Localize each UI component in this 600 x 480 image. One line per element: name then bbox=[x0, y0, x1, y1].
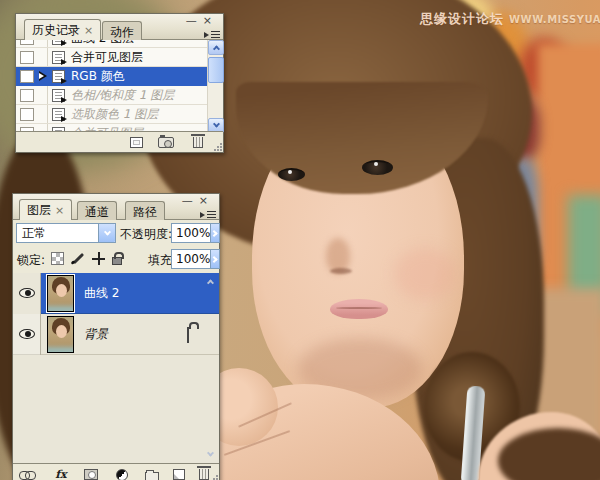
new-group-button[interactable] bbox=[142, 467, 162, 480]
layer-locked-badge bbox=[187, 328, 189, 342]
slider-arrow-icon[interactable] bbox=[210, 250, 219, 268]
layers-panel: 图层× 通道 路径 —× 正常 不透明度: 100% 锁定: bbox=[12, 193, 220, 480]
photo-cheek bbox=[394, 248, 456, 300]
layers-list: 曲线 2 背景 bbox=[13, 273, 219, 463]
blend-mode-select[interactable]: 正常 bbox=[16, 223, 116, 243]
add-layer-mask-button[interactable] bbox=[81, 467, 101, 480]
history-brush-source-checkbox[interactable] bbox=[20, 108, 34, 121]
chevron-down-icon[interactable] bbox=[98, 224, 115, 242]
layer-style-button[interactable]: fx bbox=[51, 467, 71, 480]
tab-close-icon[interactable]: × bbox=[84, 24, 93, 37]
opacity-input[interactable]: 100% bbox=[171, 223, 220, 243]
history-state-doc-icon bbox=[52, 51, 65, 64]
tab-history[interactable]: 历史记录× bbox=[24, 19, 101, 40]
panel-resize-grip[interactable] bbox=[214, 143, 222, 151]
photo-eye-highlight bbox=[374, 162, 378, 166]
history-state-list: 曲线 2 图层 合并可见图层 RGB 颜色 色相/饱和度 1 图层 bbox=[16, 40, 223, 133]
history-state-doc-icon bbox=[52, 89, 65, 102]
opacity-label: 不透明度: bbox=[120, 226, 172, 243]
lock-transparency-icon[interactable] bbox=[51, 252, 64, 265]
minimize-icon[interactable]: — bbox=[186, 14, 203, 27]
photoshop-workspace: 思缘设计论坛 WWW.MISSYUAN.COM 历史记录× 动作 —× 曲线 2… bbox=[0, 0, 600, 480]
new-document-icon bbox=[130, 137, 143, 148]
tab-layers-label: 图层 bbox=[27, 203, 51, 217]
layer-name[interactable]: 背景 bbox=[84, 326, 108, 343]
panel-resize-grip[interactable] bbox=[210, 475, 218, 480]
layer-thumbnail[interactable] bbox=[47, 275, 74, 312]
folder-icon bbox=[145, 472, 159, 480]
opacity-value[interactable]: 100% bbox=[172, 226, 210, 240]
scrollbar-thumb[interactable] bbox=[208, 57, 224, 83]
lock-all-icon[interactable] bbox=[112, 257, 122, 265]
scroll-up-icon[interactable] bbox=[208, 40, 224, 55]
delete-state-button[interactable] bbox=[188, 135, 208, 150]
visibility-toggle[interactable] bbox=[13, 273, 41, 314]
eye-icon bbox=[19, 288, 35, 298]
tab-channels[interactable]: 通道 bbox=[77, 201, 117, 220]
layers-panel-tabstrip: 图层× 通道 路径 —× bbox=[13, 194, 219, 220]
panel-window-buttons: —× bbox=[182, 196, 214, 206]
history-state-row[interactable]: 色相/饱和度 1 图层 bbox=[16, 86, 223, 105]
history-panel: 历史记录× 动作 —× 曲线 2 图层 合并可见图层 bbox=[15, 13, 224, 153]
layer-row-curves2[interactable]: 曲线 2 bbox=[13, 273, 219, 314]
link-layers-button[interactable] bbox=[17, 467, 37, 480]
scroll-up-icon[interactable] bbox=[204, 275, 217, 288]
history-scrollbar[interactable] bbox=[207, 40, 223, 133]
panel-window-buttons: —× bbox=[186, 16, 218, 26]
new-layer-button[interactable] bbox=[169, 467, 189, 480]
photo-eye-highlight bbox=[288, 170, 292, 174]
close-icon[interactable]: × bbox=[203, 14, 218, 27]
history-state-label[interactable]: 合并可见图层 bbox=[71, 49, 143, 66]
link-icon bbox=[19, 471, 35, 479]
panel-menu-icon[interactable] bbox=[204, 30, 220, 40]
history-panel-footer bbox=[16, 131, 223, 152]
tab-actions[interactable]: 动作 bbox=[102, 21, 142, 40]
panel-menu-icon[interactable] bbox=[200, 210, 216, 220]
history-state-label[interactable]: 色相/饱和度 1 图层 bbox=[71, 87, 174, 104]
trash-icon bbox=[193, 137, 203, 148]
scroll-down-icon[interactable] bbox=[204, 448, 217, 461]
history-state-row[interactable]: 合并可见图层 bbox=[16, 48, 223, 67]
layers-panel-footer: fx bbox=[13, 463, 219, 480]
close-icon[interactable]: × bbox=[199, 194, 214, 207]
layer-thumbnail[interactable] bbox=[47, 316, 74, 353]
lock-pixels-icon[interactable] bbox=[71, 251, 85, 265]
history-state-row[interactable]: 选取颜色 1 图层 bbox=[16, 105, 223, 124]
watermark: 思缘设计论坛 WWW.MISSYUAN.COM bbox=[420, 8, 598, 28]
blend-mode-value: 正常 bbox=[17, 225, 98, 242]
new-document-from-state-button[interactable] bbox=[126, 135, 146, 150]
fx-icon: fx bbox=[55, 468, 66, 480]
history-brush-source-checkbox[interactable] bbox=[20, 51, 34, 64]
history-state-label[interactable]: RGB 颜色 bbox=[71, 68, 125, 85]
history-brush-source-checkbox[interactable] bbox=[20, 70, 34, 83]
visibility-toggle[interactable] bbox=[13, 314, 41, 355]
fill-value[interactable]: 100% bbox=[172, 252, 210, 266]
photo-nose bbox=[330, 268, 352, 274]
history-state-label[interactable]: 曲线 2 图层 bbox=[71, 40, 134, 47]
layer-name[interactable]: 曲线 2 bbox=[84, 285, 119, 302]
tab-history-label: 历史记录 bbox=[32, 23, 80, 37]
camera-icon bbox=[158, 137, 174, 148]
history-state-row[interactable]: 曲线 2 图层 bbox=[16, 40, 223, 48]
slider-arrow-icon[interactable] bbox=[210, 224, 219, 242]
history-brush-source-checkbox[interactable] bbox=[20, 40, 34, 45]
new-snapshot-button[interactable] bbox=[156, 135, 176, 150]
fill-input[interactable]: 100% bbox=[171, 249, 220, 269]
eye-icon bbox=[19, 329, 35, 339]
tab-paths[interactable]: 路径 bbox=[125, 201, 165, 220]
new-adjustment-layer-button[interactable] bbox=[112, 467, 132, 480]
history-state-pointer-icon[interactable] bbox=[39, 71, 47, 81]
watermark-site-url: WWW.MISSYUAN.COM bbox=[509, 14, 600, 25]
history-panel-tabstrip: 历史记录× 动作 —× bbox=[16, 14, 223, 40]
history-state-row-current[interactable]: RGB 颜色 bbox=[16, 67, 223, 86]
tab-actions-label: 动作 bbox=[110, 25, 134, 39]
history-state-label[interactable]: 选取颜色 1 图层 bbox=[71, 106, 158, 123]
photo-lips bbox=[330, 299, 388, 319]
lock-position-icon[interactable] bbox=[92, 252, 105, 265]
layer-row-background[interactable]: 背景 bbox=[13, 314, 219, 355]
tab-close-icon[interactable]: × bbox=[55, 204, 64, 217]
minimize-icon[interactable]: — bbox=[182, 194, 199, 207]
tab-layers[interactable]: 图层× bbox=[19, 199, 72, 220]
tab-paths-label: 路径 bbox=[133, 205, 157, 219]
history-brush-source-checkbox[interactable] bbox=[20, 89, 34, 102]
